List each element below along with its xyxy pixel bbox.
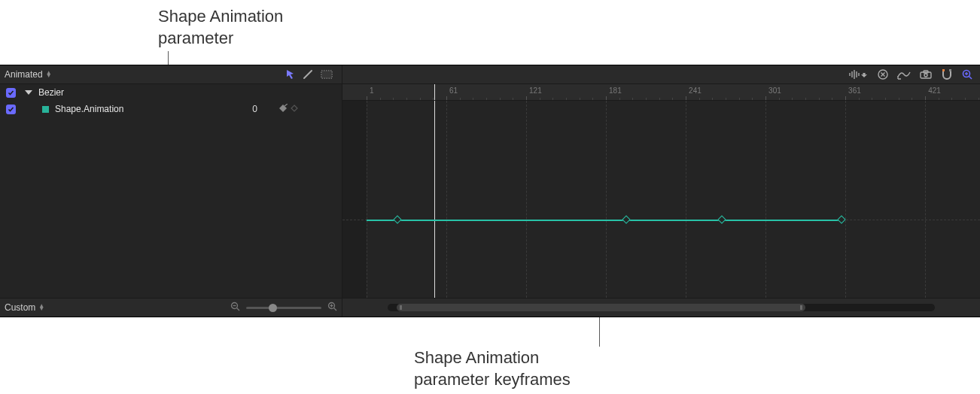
vertical-gridline	[526, 101, 527, 298]
interpolation-label: Custom	[5, 302, 35, 313]
keyframe-diamond[interactable]	[837, 215, 845, 223]
popup-chevrons-icon: ▲▼	[46, 71, 52, 77]
svg-rect-11	[942, 69, 945, 71]
pre-range-shade	[342, 101, 367, 298]
scrollbar-thumb[interactable]	[397, 304, 805, 311]
parameter-list: Bezier Shape.Animation 0	[0, 84, 342, 298]
visibility-checkbox[interactable]	[6, 105, 16, 114]
vertical-gridline	[765, 101, 766, 298]
snapping-toggle-icon[interactable]	[941, 69, 953, 80]
keyframe-editor-panel: Animated ▲▼	[0, 65, 980, 317]
take-curve-snapshot-icon[interactable]	[920, 70, 932, 79]
vertical-gridline	[925, 101, 926, 298]
zoom-out-icon[interactable]	[230, 301, 240, 314]
playhead[interactable]	[434, 84, 435, 101]
vertical-gridline	[686, 101, 686, 298]
keyframe-editor-toolbar: Animated ▲▼	[0, 65, 980, 84]
popup-chevrons-icon: ▲▼	[38, 305, 44, 311]
svg-line-18	[237, 308, 240, 311]
keyframe-diamond[interactable]	[622, 215, 630, 223]
vertical-gridline	[446, 101, 447, 298]
vertical-gridline	[845, 101, 846, 298]
keyframe-diamond[interactable]	[393, 215, 401, 223]
timeline-scrollbar[interactable]	[388, 304, 935, 311]
vertical-zoom-slider[interactable]	[246, 307, 321, 309]
toolbar-left-section: Animated ▲▼	[0, 65, 342, 83]
disclosure-triangle-icon[interactable]	[25, 90, 32, 95]
curve-graph[interactable]	[342, 101, 980, 298]
svg-rect-1	[321, 71, 332, 78]
vertical-gridline	[367, 101, 367, 298]
add-keyframe-icon[interactable]	[278, 104, 288, 115]
next-keyframe-icon[interactable]	[291, 104, 298, 114]
svg-rect-12	[949, 69, 951, 71]
keyframe-editor-footer: Custom ▲▼	[0, 298, 980, 317]
parameter-row-label: Bezier	[38, 87, 64, 98]
keyframe-diamond[interactable]	[717, 215, 726, 223]
callout-shape-animation-keyframes: Shape Animationparameter keyframes	[414, 347, 571, 390]
parameter-value[interactable]: 0	[252, 104, 257, 114]
sketch-keyframes-tool-icon[interactable]	[303, 69, 313, 80]
zoom-timeline-icon[interactable]	[962, 69, 972, 80]
vertical-gridline	[606, 101, 607, 298]
scrollbar-handle-right[interactable]	[800, 305, 802, 310]
svg-line-14	[969, 77, 972, 80]
parameter-row-shape-animation[interactable]: Shape.Animation 0	[0, 101, 342, 117]
visibility-checkbox[interactable]	[6, 88, 16, 98]
zoom-in-icon[interactable]	[327, 301, 337, 314]
edit-keyframes-tool-icon[interactable]	[286, 69, 295, 80]
playhead[interactable]	[434, 101, 435, 298]
scrollbar-handle-left[interactable]	[400, 305, 402, 310]
curve-set-filter-popup[interactable]: Animated ▲▼	[5, 69, 52, 80]
svg-point-10	[924, 74, 927, 77]
toolbar-right-section	[342, 65, 980, 83]
curve-set-filter-label: Animated	[5, 69, 43, 80]
slider-thumb[interactable]	[269, 304, 277, 312]
parameter-row-bezier[interactable]: Bezier	[0, 84, 342, 101]
keyframe-controls	[278, 104, 298, 115]
curve-color-swatch	[42, 106, 49, 113]
curve-graph-area[interactable]: 16112118124130136142148	[342, 84, 980, 298]
audio-waveform-popup-icon[interactable]	[849, 69, 869, 80]
curve-segment[interactable]	[367, 220, 842, 221]
clear-curve-list-icon[interactable]	[878, 69, 888, 80]
callout-shape-animation-param: Shape Animationparameter	[158, 6, 283, 49]
time-ruler[interactable]: 16112118124130136142148	[342, 84, 980, 101]
transform-keyframes-tool-icon[interactable]	[321, 70, 333, 79]
svg-line-21	[334, 308, 337, 311]
interpolation-popup[interactable]: Custom ▲▼	[5, 302, 44, 313]
parameter-row-label: Shape.Animation	[55, 104, 123, 114]
fit-visible-curves-icon[interactable]	[897, 69, 911, 80]
